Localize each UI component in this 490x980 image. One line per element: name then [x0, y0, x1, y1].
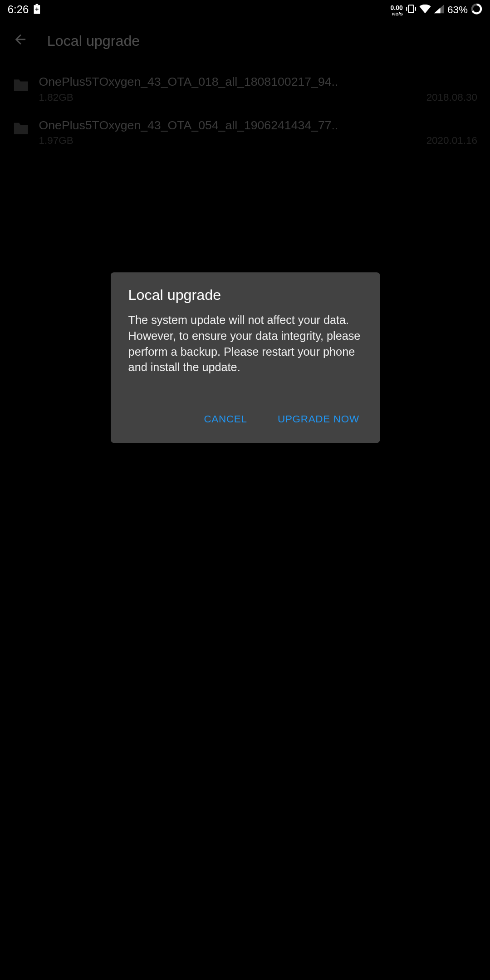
dialog-actions: CANCEL UPGRADE NOW [128, 409, 362, 436]
upgrade-dialog: Local upgrade The system update will not… [110, 272, 379, 443]
dialog-title: Local upgrade [128, 286, 362, 304]
dialog-overlay: Local upgrade The system update will not… [0, 0, 490, 980]
dialog-message: The system update will not affect your d… [128, 313, 362, 376]
upgrade-now-button[interactable]: UPGRADE NOW [275, 409, 362, 431]
cancel-button[interactable]: CANCEL [201, 409, 250, 431]
